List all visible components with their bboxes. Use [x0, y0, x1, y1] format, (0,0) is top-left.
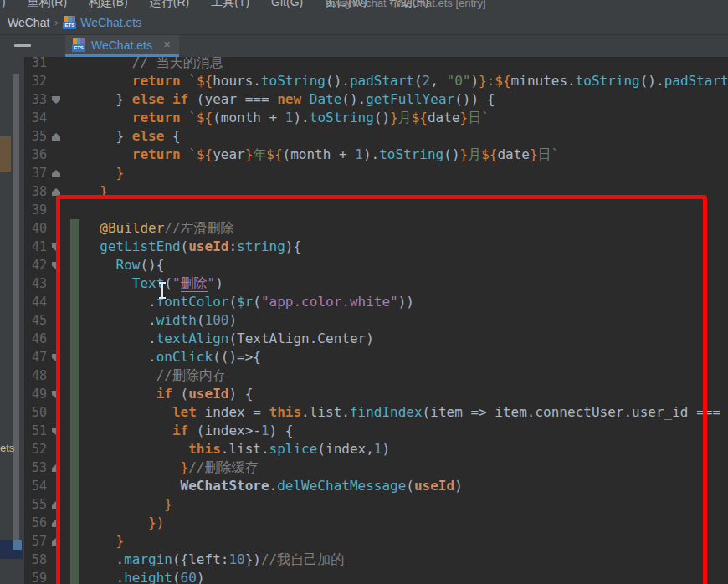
fold-start-icon[interactable]	[52, 243, 60, 251]
line-number[interactable]: 58	[27, 551, 47, 569]
line-number[interactable]: 39	[27, 201, 47, 219]
code-line[interactable]: 56 })	[24, 514, 728, 532]
line-number[interactable]: 51	[27, 422, 47, 440]
fold-start-icon[interactable]	[52, 391, 60, 398]
fold-end-icon[interactable]	[52, 538, 60, 546]
code-line[interactable]: 32 return `${hours.toString().padStart(2…	[24, 72, 728, 90]
line-number[interactable]: 45	[27, 311, 47, 330]
code-token: 60	[181, 570, 197, 584]
line-number[interactable]: 48	[27, 366, 47, 385]
line-number[interactable]: 32	[27, 72, 47, 90]
code-token: .	[116, 551, 125, 567]
code-token: 年	[253, 146, 266, 162]
line-number[interactable]: 38	[27, 182, 47, 201]
line-number[interactable]: 59	[27, 569, 47, 584]
fold-end-icon[interactable]	[52, 520, 60, 527]
code-line[interactable]: 37 }	[24, 164, 728, 182]
fold-start-icon[interactable]	[52, 428, 60, 435]
tab-wechat-ets[interactable]: ETS WeChat.ets ✕	[65, 35, 179, 57]
line-number[interactable]: 43	[27, 274, 47, 293]
code-token: 1	[374, 441, 382, 457]
code-line[interactable]: 52 this.list.splice(index,1)	[24, 440, 728, 458]
menu-item[interactable]: 重构(R)	[28, 0, 67, 10]
code-line[interactable]: 44 .fontColor($r("app.color.white"))	[24, 293, 728, 311]
line-number[interactable]: 52	[27, 440, 47, 458]
code-token: (index,	[317, 441, 373, 457]
code-line[interactable]: 31 // 当天的消息	[24, 57, 728, 72]
code-line[interactable]: 51 if (index>-1) {	[24, 422, 728, 440]
code-line[interactable]: 54 WeChatStore.delWeChatMessage(useId)	[24, 477, 728, 495]
line-number[interactable]: 42	[27, 256, 47, 274]
fold-end-icon[interactable]	[52, 464, 60, 472]
code-line[interactable]: 55 }	[24, 495, 728, 514]
line-number[interactable]: 49	[27, 385, 47, 403]
code-line[interactable]: 40 @Builder//左滑删除	[24, 219, 728, 238]
code-text: }//删除缓存	[84, 458, 259, 477]
line-number[interactable]: 57	[27, 532, 47, 551]
line-number[interactable]: 41	[27, 238, 47, 256]
code-line[interactable]: 35 } else {	[24, 127, 728, 146]
code-line[interactable]: 50 let index = this.list.findIndex(item …	[24, 403, 728, 422]
line-number[interactable]: 56	[27, 514, 47, 532]
line-number[interactable]: 53	[27, 458, 47, 477]
hide-panel-icon[interactable]	[14, 44, 31, 47]
menu-item[interactable]: 运行(R)	[150, 0, 189, 10]
code-line[interactable]: 42 Row(){	[24, 256, 728, 274]
menu-item[interactable]: 工具(T)	[211, 0, 249, 10]
code-line[interactable]: 48 //删除内存	[24, 366, 728, 385]
line-number[interactable]: 36	[27, 146, 47, 164]
fold-start-icon[interactable]	[52, 354, 60, 361]
code-line[interactable]: 46 .textAlign(TextAlign.Center)	[24, 330, 728, 348]
fold-start-icon[interactable]	[52, 96, 60, 104]
line-number[interactable]: 40	[27, 219, 47, 238]
fold-end-icon[interactable]	[52, 133, 60, 141]
code-token: (	[197, 312, 205, 328]
code-line[interactable]: 36 return `${year}年${(month + 1).toStrin…	[24, 146, 728, 164]
line-number[interactable]: 33	[27, 90, 47, 109]
code-token: minutes.	[511, 73, 576, 89]
fold-end-icon[interactable]	[52, 170, 60, 177]
code-token: 2	[423, 73, 431, 89]
code-line[interactable]: 38 }	[24, 182, 728, 201]
breadcrumb-file[interactable]: WeChat.ets	[80, 16, 141, 29]
menu-item[interactable]: 构建(B)	[89, 0, 128, 10]
panel-highlighted-item[interactable]	[0, 136, 11, 172]
line-number[interactable]: 47	[27, 348, 47, 366]
code-line[interactable]: 53 }//删除缓存	[24, 458, 728, 477]
code-line[interactable]: 41 getListEnd(useId:string){	[24, 238, 728, 256]
tab-close-icon[interactable]: ✕	[163, 39, 171, 50]
line-number[interactable]: 34	[27, 109, 47, 127]
code-line[interactable]: 57 }	[24, 532, 728, 551]
code-line[interactable]: 39	[24, 201, 728, 219]
line-number[interactable]: 35	[27, 127, 47, 146]
code-line[interactable]: 34 return `${(month + 1).toString()}月${d…	[24, 109, 728, 127]
breadcrumb-project[interactable]: WeChat	[8, 16, 49, 29]
code-line[interactable]: 58 .margin({left:10})//我自己加的	[24, 551, 728, 569]
panel-ets-label[interactable]: ets	[0, 442, 14, 454]
code-token: .	[148, 312, 156, 328]
code-line[interactable]: 47 .onClick(()=>{	[24, 348, 728, 366]
code-line[interactable]: 33 } else if (year === new Date().getFul…	[24, 90, 728, 109]
vcs-change-bar	[70, 532, 79, 551]
fold-end-icon[interactable]	[52, 188, 60, 196]
code-line[interactable]: 59 .height(60)	[24, 569, 728, 584]
menu-item[interactable]: Git(G)	[271, 0, 303, 10]
line-number[interactable]: 54	[27, 477, 47, 495]
fold-end-icon[interactable]	[52, 501, 60, 509]
code-text: .width(100)	[84, 311, 237, 330]
line-number[interactable]: 50	[27, 403, 47, 422]
code-line[interactable]: 43 Text("删除")	[24, 274, 728, 293]
line-number[interactable]: 31	[27, 57, 47, 72]
panel-scrollbar-thumb[interactable]	[13, 74, 19, 540]
code-line[interactable]: 45 .width(100)	[24, 311, 728, 330]
line-number[interactable]: 44	[27, 293, 47, 311]
code-editor[interactable]: 31 // 当天的消息32 return `${hours.toString()…	[24, 57, 728, 584]
fold-start-icon[interactable]	[52, 262, 60, 269]
breadcrumb: WeChat › ETS WeChat.ets	[0, 11, 728, 35]
code-line[interactable]: 49 if (useId) {	[24, 385, 728, 403]
panel-selected-item-icon	[13, 540, 22, 550]
line-number[interactable]: 55	[27, 495, 47, 514]
code-token: ()	[374, 110, 390, 126]
line-number[interactable]: 46	[27, 330, 47, 348]
line-number[interactable]: 37	[27, 164, 47, 182]
